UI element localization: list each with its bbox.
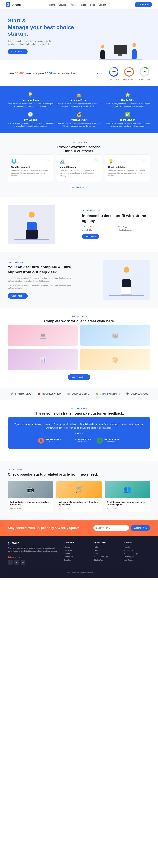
startup-label: STARTUP BLVD — [15, 393, 31, 395]
footer-link-help[interactable]: Help — [94, 546, 120, 548]
portfolio-item-1[interactable]: 💻 — [8, 324, 78, 346]
innovative-title: Innovative Ideas — [8, 99, 53, 101]
footer-link-mgmt-tips2[interactable]: Management Tips — [124, 553, 150, 555]
social-facebook-icon[interactable]: f — [8, 560, 13, 565]
testimonial-authors: 👤 Marceline Bolton Head / Web 👤 Marcelin… — [14, 438, 144, 443]
monitor — [114, 44, 127, 55]
innovative-icon: 💡 — [8, 92, 53, 97]
cta-subscribe-button[interactable]: Subscribe Now — [130, 525, 150, 531]
footer-social-link[interactable]: Get in touch here — [8, 556, 22, 558]
portfolio-icon-1: 💻 — [40, 332, 46, 339]
hero-illustration — [91, 25, 150, 60]
portfolio-section: Our Projects Complete work for client la… — [0, 308, 158, 388]
testimonial-dots[interactable] — [14, 433, 144, 434]
portfolio-icon-2: 📦 — [112, 332, 119, 339]
news-card-3[interactable]: 👥 All of these amazing features come at … — [105, 480, 150, 513]
footer-link-mgmt-tips[interactable]: Management Tips — [94, 556, 120, 558]
news-card-1[interactable]: 📷 With Wokiutner's blog and shop interfa… — [8, 480, 53, 513]
hero-cta-button[interactable]: Get Started → — [8, 49, 28, 55]
dot-2[interactable] — [99, 73, 100, 74]
footer-link-management[interactable]: Management — [124, 550, 150, 551]
market-desc: There are many variations popular availa… — [60, 169, 98, 177]
footer: S Strane There are many variations popul… — [0, 535, 158, 578]
footer-quick-heading: Quick Links — [94, 541, 120, 544]
about-text: Why Choose Us Increase business profit w… — [82, 210, 150, 239]
news-img-2: 🛒 — [56, 480, 102, 498]
news-tag: Latest News — [8, 469, 150, 471]
news-img-icon-1: 📷 — [8, 480, 53, 498]
footer-logo-icon: S — [8, 541, 9, 545]
news-img-1: 📷 — [8, 480, 53, 498]
footer-link-team[interactable]: Our Team — [64, 550, 90, 551]
footer-product-heading: Product — [124, 541, 150, 544]
nav-contact[interactable]: Contact — [98, 4, 106, 6]
news-title-3: All of these amazing features come at an… — [107, 501, 148, 506]
testimonial-dot-4[interactable] — [82, 433, 83, 434]
nav-home[interactable]: Home — [49, 4, 55, 6]
about-list: Personal Growth Right Support Highly Ski… — [82, 226, 150, 231]
dot-3[interactable] — [101, 73, 102, 74]
footer-link-cloud[interactable]: Cloud Space — [124, 556, 150, 558]
portfolio-icon-3: 📊 — [40, 356, 46, 363]
nav-pages[interactable]: Pages — [80, 4, 86, 6]
figure-left-body — [100, 50, 105, 59]
footer-link-faq[interactable]: FAQ — [94, 553, 120, 555]
footer-link-startup-tips[interactable]: Startup Tips — [94, 559, 120, 561]
footer-link-partner[interactable]: Partner — [64, 553, 90, 555]
about-list-item-4: Good in Support — [117, 229, 150, 231]
footer-link-news[interactable]: News — [94, 550, 120, 551]
figure-left — [99, 45, 107, 59]
footer-copyright: © 2024 Strane. All Rights Reserved. — [65, 572, 93, 574]
support-cta-button[interactable]: Get Service → — [8, 293, 28, 299]
author-3-avatar: 👤 — [96, 438, 103, 443]
footer-grid: S Strane There are many variations popul… — [8, 541, 150, 565]
footer-link-about[interactable]: About Us — [64, 546, 90, 548]
footer-link-contact[interactable]: Contact Us — [64, 556, 90, 558]
support-figure-head — [124, 267, 129, 273]
news-card-2[interactable]: 🛒 Make your store stand out from the oth… — [56, 480, 102, 513]
cta-text: Stay connect with us, get daily & weekly… — [8, 526, 80, 530]
nav-project[interactable]: Project — [70, 4, 76, 6]
secure-icon: 🔒 — [57, 92, 102, 97]
testimonial-dot-3[interactable] — [80, 433, 81, 434]
news-grid: 📷 With Wokiutner's blog and shop interfa… — [8, 480, 150, 513]
portfolio-item-3[interactable]: 📊 — [8, 349, 78, 370]
social-instagram-icon[interactable]: in — [21, 560, 25, 565]
portfolio-item-2[interactable]: 📦 — [80, 324, 150, 346]
testimonial-dot-2[interactable] — [77, 433, 79, 434]
dot-1[interactable] — [97, 73, 98, 74]
footer-link-population[interactable]: Population — [124, 546, 150, 548]
support-desc1: There are many variations of passages of… — [8, 277, 76, 282]
nav-service[interactable]: Service — [58, 4, 66, 6]
testimonial-dot-1[interactable] — [75, 433, 76, 434]
footer-link-pipeline[interactable]: Your Pipeline — [124, 559, 150, 561]
services-more-link[interactable]: What is Service — [72, 186, 86, 189]
brands-section: 🚀 STARTUP BLVD 💼 BUSINESS CREW 🏢 BUSINES… — [0, 388, 158, 400]
about-cta-button[interactable]: Get Started — [82, 234, 99, 239]
support-section: Our Support You can get 100% complete & … — [0, 252, 158, 308]
hero-text: Start & Manage your best choice startup.… — [8, 17, 79, 60]
support-illustration — [103, 260, 150, 300]
figure-right-head — [132, 43, 136, 47]
logo-text: Strane — [11, 3, 21, 6]
cta-email-input[interactable] — [93, 525, 129, 531]
cta-banner: Stay connect with us, get daily & weekly… — [0, 520, 158, 535]
portfolio-more-button[interactable]: More Projects → — [68, 374, 90, 380]
social-twitter-icon[interactable]: t — [14, 560, 19, 565]
news-img-icon-3: 👥 — [105, 480, 150, 498]
nav-blogs[interactable]: Blogs — [89, 4, 95, 6]
portfolio-item-4[interactable]: 🎨 — [80, 349, 150, 370]
slide-dots[interactable] — [97, 73, 102, 74]
news-content-2: Make your store stand out from the other… — [56, 498, 102, 513]
nav-cta-button[interactable]: Get Started — [135, 2, 152, 7]
author-3-name: Marceline Bolton — [104, 438, 120, 440]
footer-link-donation[interactable]: Donation — [64, 559, 90, 561]
brand-startup: 🚀 STARTUP BLVD — [10, 392, 31, 396]
portfolio-title: Complete work for client latest work her… — [8, 319, 150, 323]
web-title: Web Development — [11, 166, 50, 168]
stat-projects-done: 12% Projects Done — [139, 66, 150, 81]
author-3-info: Marceline Bolton Head / Web — [104, 438, 120, 442]
news-date-1: Mar 20, 2024 — [10, 507, 51, 510]
support-desc: There are many variations popular availa… — [8, 122, 53, 127]
testimonials-title: This is some of strane honorable custome… — [8, 411, 150, 415]
